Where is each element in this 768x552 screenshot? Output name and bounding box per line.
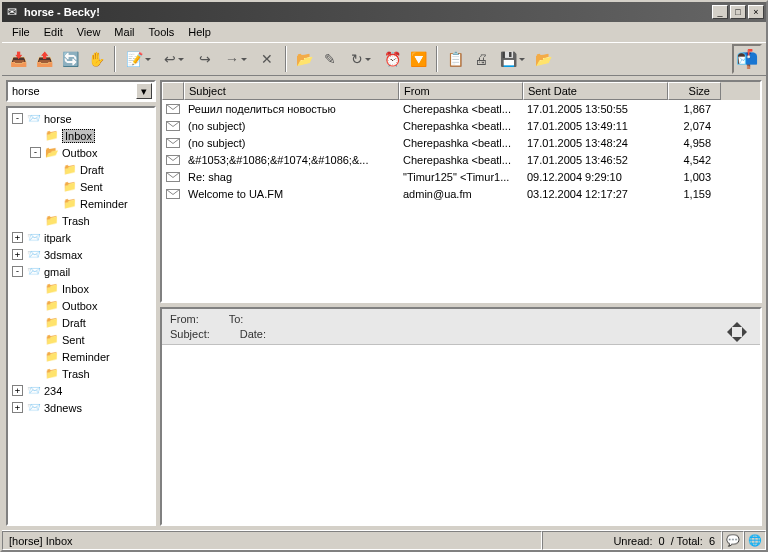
expand-icon[interactable]: + (12, 402, 23, 413)
tree-spacer (30, 215, 41, 226)
menu-help[interactable]: Help (182, 24, 217, 40)
reminder-button[interactable]: ⏰ (380, 47, 404, 71)
cell-date: 17.01.2005 13:49:11 (523, 120, 668, 132)
replyall-button[interactable]: ↪ (193, 47, 217, 71)
tree-node[interactable]: +📨234 (8, 382, 154, 399)
account-selector[interactable]: horse ▾ (6, 80, 156, 102)
message-row[interactable]: &#1053;&#1086;&#1074;&#1086;&...Cherepas… (162, 151, 760, 168)
collapse-icon[interactable]: - (30, 147, 41, 158)
status-chat-icon[interactable]: 💬 (722, 531, 744, 550)
column-header-size[interactable]: Size (668, 82, 721, 100)
edit-button[interactable]: ✎ (318, 47, 342, 71)
window-title: horse - Becky! (24, 6, 712, 18)
tree-spacer (30, 317, 41, 328)
preview-nav[interactable] (722, 317, 752, 347)
folder-tree[interactable]: -📨horse📁Inbox-📂Outbox📁Draft📁Sent📁Reminde… (6, 106, 156, 526)
redo-button[interactable]: ↻ (344, 47, 378, 71)
menu-file[interactable]: File (6, 24, 36, 40)
preview-from-label: From: (170, 313, 199, 325)
menu-view[interactable]: View (71, 24, 107, 40)
tree-node[interactable]: 📁Reminder (8, 348, 154, 365)
open-button[interactable]: 📂 (531, 47, 555, 71)
save-button[interactable]: 💾 (495, 47, 529, 71)
tree-node[interactable]: 📁Reminder (8, 195, 154, 212)
expand-icon[interactable]: + (12, 232, 23, 243)
tree-node[interactable]: +📨3dsmax (8, 246, 154, 263)
cell-from: "Timur125" <Timur1... (399, 171, 523, 183)
message-row[interactable]: Re: shag"Timur125" <Timur1...09.12.2004 … (162, 168, 760, 185)
cell-from: Cherepashka <beatl... (399, 154, 523, 166)
tree-label: 3dnews (44, 402, 82, 414)
app-icon: ✉ (4, 4, 20, 20)
titlebar[interactable]: ✉ horse - Becky! _ □ × (2, 2, 766, 22)
menu-mail[interactable]: Mail (108, 24, 140, 40)
dropdown-arrow-icon[interactable]: ▾ (136, 83, 152, 99)
folder-icon: 📨 (26, 265, 42, 279)
tree-node[interactable]: +📨itpark (8, 229, 154, 246)
column-header-from[interactable]: From (399, 82, 523, 100)
tree-node[interactable]: 📁Sent (8, 331, 154, 348)
print-button[interactable]: 🖨 (469, 47, 493, 71)
menu-tools[interactable]: Tools (143, 24, 181, 40)
tree-label: 3dsmax (44, 249, 83, 261)
tree-node[interactable]: 📁Inbox (8, 280, 154, 297)
message-row[interactable]: Решил поделиться новостьюCherepashka <be… (162, 100, 760, 117)
minimize-button[interactable]: _ (712, 5, 728, 19)
message-row[interactable]: (no subject)Cherepashka <beatl...17.01.2… (162, 134, 760, 151)
tree-label: Inbox (62, 129, 95, 143)
tree-node[interactable]: -📨horse (8, 110, 154, 127)
tree-spacer (48, 164, 59, 175)
forward-button[interactable]: → (219, 47, 253, 71)
tree-node[interactable]: 📁Draft (8, 161, 154, 178)
delete-button[interactable]: ✕ (255, 47, 279, 71)
copy-button[interactable]: 📋 (443, 47, 467, 71)
collapse-icon[interactable]: - (12, 266, 23, 277)
close-button[interactable]: × (748, 5, 764, 19)
info-icon[interactable]: 📬 (732, 44, 762, 74)
sendreceive-button[interactable]: 🔄 (58, 47, 82, 71)
tree-node[interactable]: 📁Inbox (8, 127, 154, 144)
filter-button[interactable]: 🔽 (406, 47, 430, 71)
cell-size: 4,542 (668, 154, 721, 166)
compose-button[interactable]: 📝 (121, 47, 155, 71)
nav-down-icon[interactable] (732, 337, 742, 347)
tree-node[interactable]: -📨gmail (8, 263, 154, 280)
status-online-icon[interactable]: 🌐 (744, 531, 766, 550)
column-header-subject[interactable]: Subject (184, 82, 399, 100)
tree-label: Draft (62, 317, 86, 329)
nav-right-icon[interactable] (742, 327, 752, 337)
menu-edit[interactable]: Edit (38, 24, 69, 40)
maximize-button[interactable]: □ (730, 5, 746, 19)
nav-up-icon[interactable] (732, 317, 742, 327)
tree-node[interactable]: 📁Trash (8, 365, 154, 382)
message-rows[interactable]: Решил поделиться новостьюCherepashka <be… (162, 100, 760, 301)
column-header-icon[interactable] (162, 82, 184, 100)
folder-icon: 📁 (44, 316, 60, 330)
folder-icon: 📁 (44, 299, 60, 313)
tree-node[interactable]: +📨3dnews (8, 399, 154, 416)
tree-spacer (30, 130, 41, 141)
receive-button[interactable]: 📥 (6, 47, 30, 71)
message-row[interactable]: (no subject)Cherepashka <beatl...17.01.2… (162, 117, 760, 134)
tree-node[interactable]: 📁Outbox (8, 297, 154, 314)
message-row[interactable]: Welcome to UA.FMadmin@ua.fm03.12.2004 12… (162, 185, 760, 202)
folder-icon: 📨 (26, 384, 42, 398)
nav-left-icon[interactable] (722, 327, 732, 337)
tree-node[interactable]: 📁Draft (8, 314, 154, 331)
folder-icon: 📁 (44, 214, 60, 228)
reply-button[interactable]: ↩ (157, 47, 191, 71)
toolbar-separator (285, 46, 286, 72)
collapse-icon[interactable]: - (12, 113, 23, 124)
preview-date-label: Date: (240, 328, 266, 340)
move-button[interactable]: 📂 (292, 47, 316, 71)
tree-node[interactable]: 📁Sent (8, 178, 154, 195)
cell-size: 1,159 (668, 188, 721, 200)
expand-icon[interactable]: + (12, 385, 23, 396)
expand-icon[interactable]: + (12, 249, 23, 260)
status-counts: Unread: 0 / Total: 6 (542, 531, 722, 550)
tree-node[interactable]: -📂Outbox (8, 144, 154, 161)
stop-button[interactable]: ✋ (84, 47, 108, 71)
send-button[interactable]: 📤 (32, 47, 56, 71)
tree-node[interactable]: 📁Trash (8, 212, 154, 229)
column-header-sent[interactable]: Sent Date (523, 82, 668, 100)
